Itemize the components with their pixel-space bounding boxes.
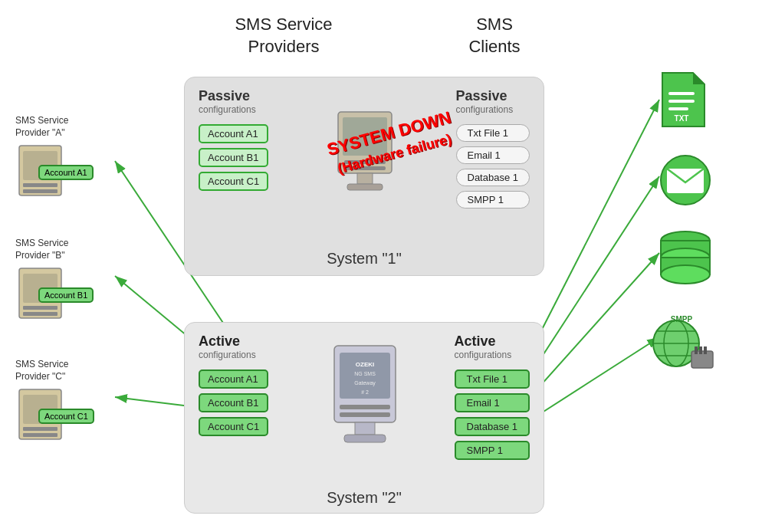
svg-rect-27: [23, 427, 57, 431]
system2-client-db: Database 1: [455, 417, 530, 436]
system2-client-txt: Txt File 1: [455, 369, 530, 389]
system2-box: Active configurations Account A1 Account…: [184, 322, 544, 514]
database-icon: [655, 230, 724, 291]
provider-b: SMS ServiceProvider "B" Account B1: [15, 238, 69, 326]
email-icon: [655, 153, 716, 215]
system2-clients-active-label: Active: [455, 333, 530, 350]
svg-rect-50: [704, 346, 707, 354]
clients-column-header: SMS Clients: [437, 14, 552, 57]
svg-text:# 2: # 2: [361, 389, 369, 395]
smpp-icon: SMPP: [647, 314, 724, 376]
svg-point-41: [661, 265, 710, 284]
system2-server-icon: OZEKI NG SMS Gateway # 2: [307, 330, 422, 461]
system1-client-db: Database 1: [456, 169, 530, 186]
system1-client-smpp: SMPP 1: [456, 191, 530, 209]
system2-active-sub: configurations: [199, 350, 268, 360]
svg-rect-15: [355, 422, 375, 435]
svg-rect-23: [23, 306, 57, 310]
system1-account-b: Account B1: [199, 148, 268, 167]
system2-account-b: Account B1: [199, 393, 268, 412]
svg-text:OZEKI: OZEKI: [356, 361, 374, 368]
svg-text:TXT: TXT: [675, 114, 689, 123]
provider-c: SMS ServiceProvider "C" Account C1: [15, 359, 69, 447]
svg-text:NG SMS: NG SMS: [354, 371, 376, 376]
system1-clients-passive-sub: configurations: [456, 104, 530, 115]
svg-text:Gateway: Gateway: [354, 380, 376, 386]
svg-marker-30: [693, 73, 705, 84]
svg-rect-16: [344, 435, 386, 442]
svg-rect-19: [23, 183, 57, 187]
svg-rect-48: [695, 346, 698, 354]
system2-client-smpp: SMPP 1: [455, 441, 530, 460]
system2-client-email: Email 1: [455, 393, 530, 412]
svg-rect-32: [668, 100, 695, 103]
system1-clients-passive-label: Passive: [456, 88, 530, 104]
provider-a: SMS ServiceProvider "A" Account A1: [15, 115, 69, 203]
system1-label: System "1": [185, 250, 544, 268]
svg-rect-20: [23, 189, 57, 193]
svg-rect-13: [340, 405, 390, 409]
svg-rect-24: [23, 312, 57, 316]
provider-a-account-badge: Account A1: [38, 165, 94, 180]
system2-account-c: Account C1: [199, 417, 268, 436]
svg-text:SMPP: SMPP: [671, 315, 693, 323]
system2-active-label: Active: [199, 333, 268, 350]
system1-account-c: Account C1: [199, 172, 268, 191]
provider-b-account-badge: Account B1: [38, 287, 94, 303]
svg-rect-31: [668, 92, 695, 95]
system1-box: Passive configurations Account A1 Accoun…: [184, 77, 544, 276]
txt-file-icon: TXT: [655, 69, 716, 130]
system1-passive-label: Passive: [199, 88, 268, 104]
svg-rect-5: [357, 173, 373, 184]
provider-c-account-badge: Account C1: [38, 409, 94, 424]
svg-rect-33: [668, 107, 688, 110]
system1-account-a: Account A1: [199, 124, 268, 143]
system1-passive-sub: configurations: [199, 104, 268, 115]
system1-client-email: Email 1: [456, 146, 530, 164]
svg-rect-28: [23, 433, 57, 437]
system2-account-a: Account A1: [199, 369, 268, 389]
svg-rect-6: [347, 184, 383, 190]
system2-clients-active-sub: configurations: [455, 350, 530, 360]
svg-rect-49: [699, 346, 702, 354]
svg-rect-14: [340, 412, 390, 417]
providers-column-header: SMS Service Providers: [207, 14, 360, 57]
system2-label: System "2": [185, 489, 544, 507]
